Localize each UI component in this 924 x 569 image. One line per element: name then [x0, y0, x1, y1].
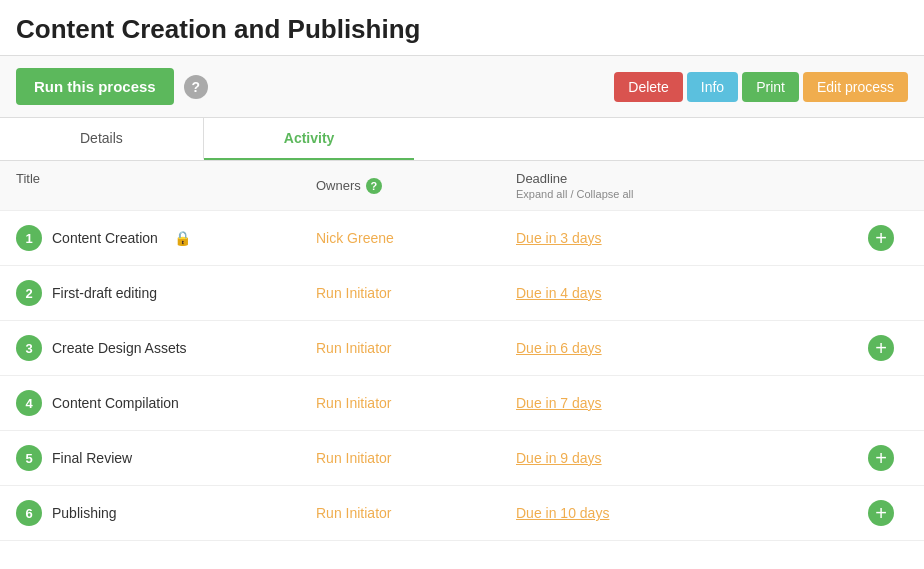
table-row: 3Create Design AssetsRun InitiatorDue in… — [0, 321, 924, 376]
tab-activity[interactable]: Activity — [204, 118, 415, 160]
task-add-cell: + — [868, 500, 908, 526]
task-add-cell: + — [868, 225, 908, 251]
step-badge: 6 — [16, 500, 42, 526]
task-owner-cell: Run Initiator — [316, 395, 516, 411]
task-title-cell: 4Content Compilation — [16, 390, 316, 416]
task-name: Create Design Assets — [52, 340, 187, 356]
task-list: 1Content Creation🔒Nick GreeneDue in 3 da… — [0, 211, 924, 541]
task-name: First-draft editing — [52, 285, 157, 301]
lock-icon: 🔒 — [174, 230, 191, 246]
task-name: Content Creation — [52, 230, 158, 246]
table-row: 1Content Creation🔒Nick GreeneDue in 3 da… — [0, 211, 924, 266]
task-title-cell: 1Content Creation🔒 — [16, 225, 316, 251]
info-button[interactable]: Info — [687, 72, 738, 102]
task-owner-cell: Run Initiator — [316, 285, 516, 301]
table-row: 2First-draft editingRun InitiatorDue in … — [0, 266, 924, 321]
owner-link[interactable]: Run Initiator — [316, 450, 391, 466]
table-header: Title Owners ? Deadline Expand all / Col… — [0, 161, 924, 211]
run-process-button[interactable]: Run this process — [16, 68, 174, 105]
toolbar-left: Run this process ? — [16, 68, 208, 105]
tabs: Details Activity — [0, 118, 924, 161]
task-deadline-cell: Due in 3 days — [516, 230, 868, 246]
task-title-cell: 2First-draft editing — [16, 280, 316, 306]
table-row: 5Final ReviewRun InitiatorDue in 9 days+ — [0, 431, 924, 486]
task-owner-cell: Run Initiator — [316, 340, 516, 356]
task-name: Publishing — [52, 505, 117, 521]
col-title-header: Title — [16, 171, 316, 200]
col-owners-header: Owners ? — [316, 171, 516, 200]
task-title-cell: 3Create Design Assets — [16, 335, 316, 361]
task-add-cell: + — [868, 335, 908, 361]
owner-link[interactable]: Run Initiator — [316, 505, 391, 521]
tab-details[interactable]: Details — [0, 118, 204, 160]
deadline-text[interactable]: Due in 3 days — [516, 230, 602, 246]
page-title: Content Creation and Publishing — [16, 14, 908, 45]
deadline-text[interactable]: Due in 6 days — [516, 340, 602, 356]
page-header: Content Creation and Publishing — [0, 0, 924, 56]
delete-button[interactable]: Delete — [614, 72, 682, 102]
expand-all-link[interactable]: Expand all — [516, 188, 567, 200]
add-task-button[interactable]: + — [868, 225, 894, 251]
col-deadline-header: Deadline Expand all / Collapse all — [516, 171, 868, 200]
add-task-button[interactable]: + — [868, 445, 894, 471]
collapse-all-link[interactable]: Collapse all — [577, 188, 634, 200]
task-title-cell: 5Final Review — [16, 445, 316, 471]
task-deadline-cell: Due in 9 days — [516, 450, 868, 466]
expand-collapse: Expand all / Collapse all — [516, 188, 868, 200]
task-name: Content Compilation — [52, 395, 179, 411]
step-badge: 2 — [16, 280, 42, 306]
owner-link[interactable]: Run Initiator — [316, 285, 391, 301]
toolbar: Run this process ? Delete Info Print Edi… — [0, 56, 924, 118]
edit-process-button[interactable]: Edit process — [803, 72, 908, 102]
table-row: 4Content CompilationRun InitiatorDue in … — [0, 376, 924, 431]
owner-link[interactable]: Nick Greene — [316, 230, 394, 246]
task-owner-cell: Nick Greene — [316, 230, 516, 246]
task-deadline-cell: Due in 7 days — [516, 395, 868, 411]
table-row: 6PublishingRun InitiatorDue in 10 days+ — [0, 486, 924, 541]
task-owner-cell: Run Initiator — [316, 450, 516, 466]
owner-link[interactable]: Run Initiator — [316, 395, 391, 411]
toolbar-right: Delete Info Print Edit process — [614, 72, 908, 102]
task-title-cell: 6Publishing — [16, 500, 316, 526]
deadline-text[interactable]: Due in 10 days — [516, 505, 609, 521]
step-badge: 5 — [16, 445, 42, 471]
owner-link[interactable]: Run Initiator — [316, 340, 391, 356]
add-task-button[interactable]: + — [868, 500, 894, 526]
task-add-cell: + — [868, 445, 908, 471]
task-name: Final Review — [52, 450, 132, 466]
step-badge: 4 — [16, 390, 42, 416]
task-deadline-cell: Due in 4 days — [516, 285, 868, 301]
print-button[interactable]: Print — [742, 72, 799, 102]
step-badge: 1 — [16, 225, 42, 251]
add-task-button[interactable]: + — [868, 335, 894, 361]
task-owner-cell: Run Initiator — [316, 505, 516, 521]
deadline-text[interactable]: Due in 4 days — [516, 285, 602, 301]
owners-help-icon[interactable]: ? — [366, 178, 382, 194]
step-badge: 3 — [16, 335, 42, 361]
deadline-text[interactable]: Due in 9 days — [516, 450, 602, 466]
help-icon[interactable]: ? — [184, 75, 208, 99]
task-deadline-cell: Due in 10 days — [516, 505, 868, 521]
task-deadline-cell: Due in 6 days — [516, 340, 868, 356]
deadline-text[interactable]: Due in 7 days — [516, 395, 602, 411]
